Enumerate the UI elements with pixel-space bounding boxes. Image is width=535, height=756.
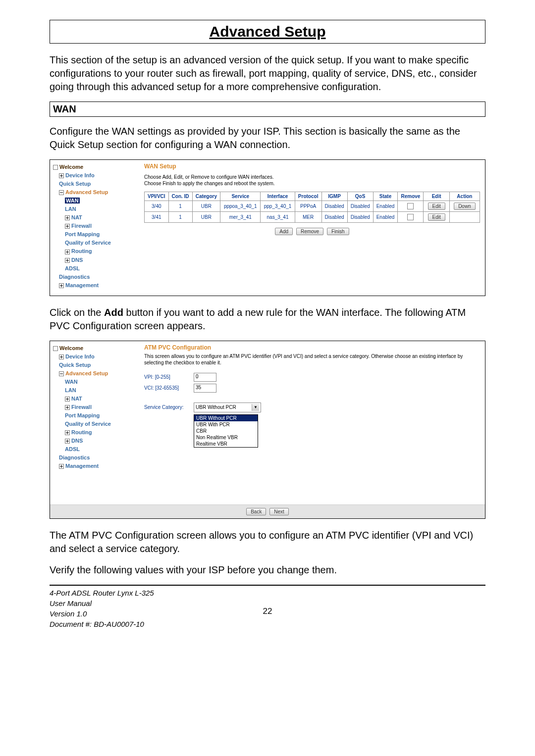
vpi-label: VPI: [0-255] bbox=[144, 374, 194, 380]
screenshot-wan-setup: Welcome Device Info Quick Setup Advanced… bbox=[50, 159, 485, 296]
tree-welcome[interactable]: Welcome bbox=[53, 163, 137, 171]
wan-table-header: VPI/VCI Con. ID Category Service Interfa… bbox=[145, 192, 480, 201]
edit-button[interactable]: Edit bbox=[428, 213, 445, 221]
tree-lan[interactable]: LAN bbox=[53, 386, 137, 395]
edit-button[interactable]: Edit bbox=[428, 202, 445, 210]
tree-firewall[interactable]: Firewall bbox=[53, 222, 137, 230]
vpi-input[interactable]: 0 bbox=[194, 373, 216, 382]
tree-management[interactable]: Management bbox=[53, 462, 137, 470]
tree-management[interactable]: Management bbox=[53, 281, 137, 290]
service-category-label: Service Category: bbox=[144, 404, 194, 410]
wan-heading: WAN bbox=[50, 101, 485, 117]
chevron-down-icon: ▼ bbox=[252, 404, 259, 411]
wan-table: VPI/VCI Con. ID Category Service Interfa… bbox=[144, 192, 480, 223]
vci-label: VCI: [32-65535] bbox=[144, 385, 194, 391]
tree-adsl[interactable]: ADSL bbox=[53, 445, 137, 454]
tree-nat[interactable]: NAT bbox=[53, 395, 137, 403]
svg-rect-0 bbox=[54, 165, 58, 170]
after-text-1: The ATM PVC Configuration screen allows … bbox=[50, 529, 485, 555]
tree-diagnostics[interactable]: Diagnostics bbox=[53, 273, 137, 281]
page-number: 22 bbox=[50, 606, 485, 616]
tree-lan[interactable]: LAN bbox=[53, 205, 137, 213]
dropdown-option[interactable]: Realtime VBR bbox=[194, 441, 258, 447]
tree-device-info[interactable]: Device Info bbox=[53, 171, 137, 180]
wan-setup-title: WAN Setup bbox=[144, 163, 480, 170]
tree-dns[interactable]: DNS bbox=[53, 437, 137, 445]
mid-text: Click on the Add button if you want to a… bbox=[50, 306, 485, 333]
service-category-dropdown[interactable]: UBR Without PCR UBR With PCR CBR Non Rea… bbox=[194, 414, 258, 448]
tree-nat[interactable]: NAT bbox=[53, 213, 137, 222]
table-row: 3/41 1 UBR mer_3_41 nas_3_41 MER Disable… bbox=[145, 212, 480, 223]
tree-advanced-setup[interactable]: Advanced Setup bbox=[53, 369, 137, 378]
tree-routing[interactable]: Routing bbox=[53, 247, 137, 255]
tree-device-info[interactable]: Device Info bbox=[53, 353, 137, 361]
down-button[interactable]: Down bbox=[454, 202, 476, 210]
tree-port-mapping[interactable]: Port Mapping bbox=[53, 411, 137, 420]
nav-tree: Welcome Device Info Quick Setup Advanced… bbox=[50, 341, 139, 504]
tree-port-mapping[interactable]: Port Mapping bbox=[53, 230, 137, 239]
add-button[interactable]: Add bbox=[275, 228, 293, 235]
dropdown-option[interactable]: Non Realtime VBR bbox=[194, 434, 258, 441]
wan-setup-pane: WAN Setup Choose Add, Edit, or Remove to… bbox=[139, 160, 485, 296]
footer-separator bbox=[50, 585, 485, 586]
service-category-select[interactable]: UBR Without PCR ▼ bbox=[194, 403, 261, 412]
page-title-box: Advanced Setup bbox=[50, 20, 485, 44]
svg-rect-21 bbox=[54, 346, 58, 351]
tree-wan[interactable]: WAN bbox=[53, 197, 137, 205]
dropdown-option[interactable]: CBR bbox=[194, 428, 258, 434]
atm-pvc-title: ATM PVC Configuration bbox=[144, 344, 480, 351]
tree-firewall[interactable]: Firewall bbox=[53, 403, 137, 411]
button-row: Add Remove Finish bbox=[144, 228, 480, 235]
remove-button[interactable]: Remove bbox=[296, 228, 323, 235]
tree-wan[interactable]: WAN bbox=[53, 378, 137, 386]
dropdown-option[interactable]: UBR Without PCR bbox=[194, 415, 258, 421]
tree-routing[interactable]: Routing bbox=[53, 428, 137, 437]
wan-intro-text: Configure the WAN settings as provided b… bbox=[50, 125, 485, 151]
remove-checkbox[interactable] bbox=[407, 214, 414, 220]
tree-diagnostics[interactable]: Diagnostics bbox=[53, 454, 137, 462]
after-text-2: Verify the following values with your IS… bbox=[50, 563, 485, 577]
tree-quick-setup[interactable]: Quick Setup bbox=[53, 361, 137, 369]
screenshot-atm-pvc: Welcome Device Info Quick Setup Advanced… bbox=[50, 341, 485, 519]
tree-adsl[interactable]: ADSL bbox=[53, 264, 137, 273]
dropdown-option[interactable]: UBR With PCR bbox=[194, 421, 258, 428]
atm-pvc-pane: ATM PVC Configuration This screen allows… bbox=[139, 341, 485, 504]
tree-quick-setup[interactable]: Quick Setup bbox=[53, 180, 137, 188]
wan-setup-desc: Choose Add, Edit, or Remove to configure… bbox=[144, 174, 480, 187]
tree-advanced-setup[interactable]: Advanced Setup bbox=[53, 188, 137, 197]
atm-pvc-desc: This screen allows you to configure an A… bbox=[144, 353, 480, 366]
vci-input[interactable]: 35 bbox=[194, 384, 216, 393]
back-button[interactable]: Back bbox=[246, 508, 266, 515]
next-button[interactable]: Next bbox=[269, 508, 289, 515]
remove-checkbox[interactable] bbox=[407, 203, 414, 209]
nav-tree: Welcome Device Info Quick Setup Advanced… bbox=[50, 160, 139, 296]
tree-dns[interactable]: DNS bbox=[53, 256, 137, 264]
intro-text: This section of the setup is an advanced… bbox=[50, 53, 485, 94]
page-title: Advanced Setup bbox=[50, 23, 485, 40]
table-row: 3/40 1 UBR pppoa_3_40_1 ppp_3_40_1 PPPoA… bbox=[145, 201, 480, 212]
tree-welcome[interactable]: Welcome bbox=[53, 344, 137, 353]
finish-button[interactable]: Finish bbox=[327, 228, 349, 235]
tree-qos[interactable]: Quality of Service bbox=[53, 420, 137, 428]
dialog-footer: Back Next bbox=[50, 504, 485, 518]
tree-qos[interactable]: Quality of Service bbox=[53, 239, 137, 247]
